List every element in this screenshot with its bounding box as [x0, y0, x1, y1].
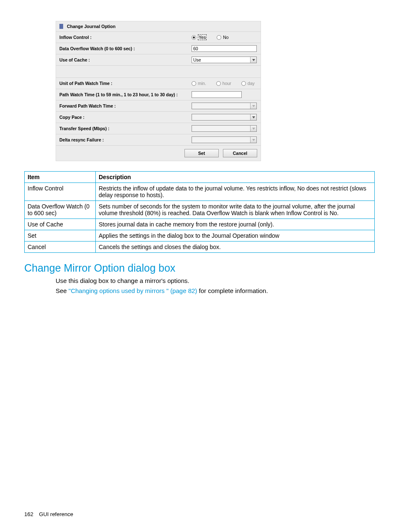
row-path-watch-time: Path Watch Time (1 to 59 min., 1 to 23 h… [56, 89, 261, 100]
table-row: Inflow Control Restricts the inflow of u… [25, 183, 375, 201]
radio-unit-min[interactable]: min. [192, 81, 206, 86]
td-item: Cancel [25, 242, 96, 253]
svg-marker-3 [252, 128, 255, 130]
radio-unit-hour[interactable]: hour [216, 81, 231, 86]
row-use-of-cache: Use of Cache : Use [56, 54, 261, 66]
select-forward-path-watch[interactable] [192, 103, 257, 109]
row-inflow-control: Inflow Control : Yes No [56, 32, 261, 43]
label-delta-resync: Delta resync Failure : [59, 137, 192, 142]
row-forward-path-watch: Forward Path Watch Time : [56, 100, 261, 112]
td-desc: Stores journal data in cache memory from… [96, 219, 375, 230]
dialog-footer: Set Cancel [56, 146, 261, 161]
row-transfer-speed: Transfer Speed (Mbps) : [56, 123, 261, 134]
footer-text: GUI reference [39, 511, 73, 517]
td-desc: Cancels the settings and closes the dial… [96, 242, 375, 253]
svg-marker-2 [252, 116, 255, 118]
label-unit-path-watch: Unit of Path Watch Time : [59, 81, 192, 86]
chevron-down-icon [250, 103, 256, 109]
select-transfer-speed[interactable] [192, 125, 257, 132]
table-header-row: Item Description [25, 172, 375, 183]
header-decor-icon [59, 24, 63, 29]
radio-label-day: day [248, 81, 255, 86]
radio-label-min: min. [198, 81, 206, 86]
radio-unselected-icon [192, 81, 196, 86]
label-copy-pace: Copy Pace : [59, 115, 192, 120]
svg-marker-4 [252, 139, 255, 141]
label-use-of-cache: Use of Cache : [59, 57, 192, 62]
label-inflow-control: Inflow Control : [59, 35, 192, 40]
radio-unselected-icon [241, 81, 246, 86]
label-forward-path-watch: Forward Path Watch Time : [59, 103, 192, 108]
radio-label-no: No [223, 35, 228, 40]
radio-unselected-icon [216, 81, 221, 86]
td-item: Inflow Control [25, 183, 96, 201]
dialog-title: Change Journal Option [67, 24, 115, 29]
radio-inflow-no[interactable]: No [217, 35, 228, 40]
chevron-down-icon [250, 126, 256, 131]
radio-inflow-yes[interactable]: Yes [192, 34, 207, 40]
radio-selected-icon [192, 35, 196, 40]
label-data-overflow: Data Overflow Watch (0 to 600 sec) : [59, 46, 192, 51]
section-para-2: See "Changing options used by mirrors " … [56, 287, 375, 295]
table-row: Cancel Cancels the settings and closes t… [25, 242, 375, 253]
chevron-down-icon [250, 57, 256, 63]
label-path-watch-time: Path Watch Time (1 to 59 min., 1 to 23 h… [59, 92, 192, 97]
radio-label-hour: hour [223, 81, 231, 86]
select-use-of-cache[interactable]: Use [192, 57, 257, 63]
radio-unit-day[interactable]: day [241, 81, 255, 86]
page-number: 162 [24, 511, 33, 517]
dialog-header: Change Journal Option [56, 21, 261, 32]
row-unit-path-watch: Unit of Path Watch Time : min. hour day [56, 78, 261, 89]
table-row: Set Applies the settings in the dialog b… [25, 230, 375, 242]
td-item: Set [25, 230, 96, 242]
page-footer: 162 GUI reference [24, 511, 73, 517]
row-delta-resync: Delta resync Failure : [56, 134, 261, 146]
row-data-overflow: Data Overflow Watch (0 to 600 sec) : [56, 43, 261, 54]
th-desc: Description [96, 172, 375, 183]
input-data-overflow[interactable] [192, 45, 257, 52]
radio-unselected-icon [217, 35, 221, 40]
svg-marker-1 [252, 105, 255, 107]
td-item: Data Overflow Watch (0 to 600 sec) [25, 201, 96, 219]
row-copy-pace: Copy Pace : [56, 112, 261, 123]
svg-marker-0 [252, 59, 255, 61]
td-desc: Applies the settings in the dialog box t… [96, 230, 375, 242]
td-item: Use of Cache [25, 219, 96, 230]
table-row: Data Overflow Watch (0 to 600 sec) Sets … [25, 201, 375, 219]
see-prefix: See [56, 287, 69, 294]
radio-label-yes: Yes [198, 34, 207, 40]
label-transfer-speed: Transfer Speed (Mbps) : [59, 126, 192, 131]
cancel-button[interactable]: Cancel [223, 149, 257, 157]
select-value: Use [193, 57, 201, 62]
description-table: Item Description Inflow Control Restrict… [24, 171, 375, 253]
chevron-down-icon [250, 137, 256, 143]
change-journal-option-dialog: Change Journal Option Inflow Control : Y… [56, 21, 261, 161]
chevron-down-icon [250, 114, 256, 120]
set-button[interactable]: Set [184, 149, 219, 157]
td-desc: Restricts the inflow of update data to t… [96, 183, 375, 201]
select-delta-resync[interactable] [192, 136, 257, 143]
th-item: Item [25, 172, 96, 183]
select-copy-pace[interactable] [192, 114, 257, 121]
input-path-watch-time[interactable] [192, 91, 242, 98]
td-desc: Sets number of seconds for the system to… [96, 201, 375, 219]
section-para-1: Use this dialog box to change a mirror's… [56, 277, 375, 285]
see-suffix: for complete information. [197, 287, 268, 294]
table-row: Use of Cache Stores journal data in cach… [25, 219, 375, 230]
dialog-spacer [56, 66, 261, 78]
section-heading: Change Mirror Option dialog box [24, 262, 375, 274]
link-changing-options[interactable]: "Changing options used by mirrors " (pag… [69, 287, 197, 294]
